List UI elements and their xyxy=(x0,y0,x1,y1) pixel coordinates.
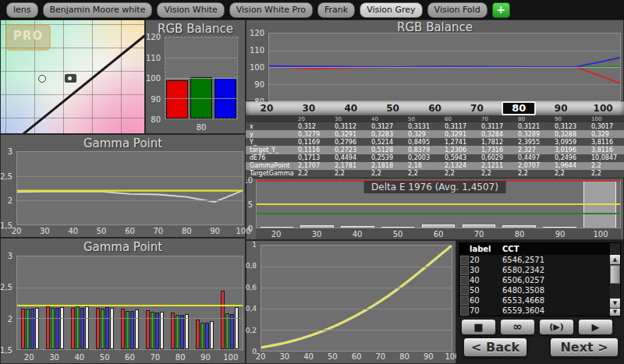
slider-value-90[interactable]: 90 xyxy=(540,103,582,114)
tab-vision-grey[interactable]: Vision Grey xyxy=(360,2,422,18)
scroll-end-button[interactable]: ▼ xyxy=(610,309,620,316)
table-cell: 10,0847 xyxy=(587,154,624,161)
table-row-GammaPoint[interactable]: GammaPoint2,17072,17812,18182,182,13242,… xyxy=(246,162,624,170)
table-row-y[interactable]: y0,32790,32910,32830,3290,32910,32840,32… xyxy=(246,130,624,138)
cct-row-80[interactable]: 806536,9636 xyxy=(459,316,620,316)
table-cell: 0,1713 xyxy=(294,154,331,161)
gridline xyxy=(17,288,243,288)
play-button[interactable]: ▶ xyxy=(578,319,613,335)
cct-row-selector[interactable] xyxy=(460,266,469,275)
table-row-Y_[interactable]: Y_0,11690,27960,52140,84951,27411,78122,… xyxy=(246,138,624,146)
gamma-bar-white xyxy=(235,307,239,349)
cct-row-selector[interactable] xyxy=(460,306,469,316)
table-cell: 2,0707 xyxy=(514,162,551,169)
x-tick-label: 60 xyxy=(125,227,135,235)
slider-value-20[interactable]: 20 xyxy=(246,103,288,114)
slider-value-30[interactable]: 30 xyxy=(288,103,330,114)
cct-row-40[interactable]: 406506,0257 xyxy=(459,275,620,285)
cct-label-cell: 70 xyxy=(470,306,502,315)
cct-row-selector[interactable] xyxy=(460,316,469,317)
cct-row-selector[interactable] xyxy=(460,256,469,265)
stimulus-level-slider[interactable]: 2030405060708090100 xyxy=(246,101,624,115)
target-gamma-line xyxy=(17,305,243,306)
scroll-thumb[interactable] xyxy=(610,265,620,284)
cct-row-70[interactable]: 706559,3604 xyxy=(459,306,620,316)
cct-label-cell: 40 xyxy=(470,276,502,284)
table-cell: 0,329 xyxy=(404,131,441,138)
slider-value-60[interactable]: 60 xyxy=(414,103,456,114)
table-cell: 3,0959 xyxy=(551,139,587,146)
scroll-up-button[interactable]: ▲ xyxy=(610,255,620,264)
cct-row-selector[interactable] xyxy=(460,276,469,285)
back-button[interactable]: < Back xyxy=(463,337,527,357)
column-header: 30 xyxy=(331,116,367,122)
scroll-down-button[interactable]: ▼ xyxy=(610,299,620,308)
column-header: 70 xyxy=(477,116,514,122)
y-tick-label: 100 xyxy=(250,63,264,72)
y-axis: 32,521,5 xyxy=(1,256,15,350)
cct-value-cell: 6559,3604 xyxy=(502,306,620,315)
chart-title: Gamma Point xyxy=(1,240,245,254)
cct-row-selector[interactable] xyxy=(460,296,469,306)
y-tick-label: 1,5 xyxy=(0,346,12,355)
y-tick-label: 0,2 xyxy=(246,327,257,334)
table-cell: 2,18 xyxy=(404,162,441,169)
slider-value-50[interactable]: 50 xyxy=(372,103,414,114)
slider-value-40[interactable]: 40 xyxy=(330,103,372,114)
gridline xyxy=(261,288,452,288)
cct-row-20[interactable]: 206546,2571 xyxy=(459,255,620,265)
gridline xyxy=(165,58,237,58)
chart-title: RGB Balance xyxy=(146,22,245,36)
series-reference xyxy=(261,246,452,348)
table-row-target_Y_[interactable]: target_Y_0,11160,27230,51280,83791,23061… xyxy=(246,146,624,154)
table-row-x[interactable]: x0,3120,31120,31270,31310,31170,31170,31… xyxy=(246,122,624,130)
stop-button[interactable]: ■ xyxy=(461,319,496,335)
add-tab-button[interactable]: + xyxy=(492,2,510,18)
tab-benjamin-moore-white[interactable]: Benjamin Moore white xyxy=(43,2,153,18)
tab-vision-fold[interactable]: Vision Fold xyxy=(427,2,488,18)
cct-row-60[interactable]: 606553,4668 xyxy=(459,295,620,306)
y-axis: 1201101009080 xyxy=(246,33,267,101)
cct-value-cell: 6580,2342 xyxy=(502,266,620,274)
x-tick-label: 100 xyxy=(218,353,243,362)
gamma-bar-white xyxy=(185,314,189,349)
play-once-button[interactable]: (▶) xyxy=(539,319,574,335)
cct-row-selector[interactable] xyxy=(460,286,469,295)
column-header: 90 xyxy=(551,116,587,122)
x-axis: 2030405060708090100 xyxy=(16,227,243,236)
x-tick-label: 40 xyxy=(337,230,378,239)
cct-row-30[interactable]: 306580,2342 xyxy=(459,265,620,275)
gamma-bar-red xyxy=(46,306,50,349)
table-row-TargetGammaP[interactable]: TargetGammaP2,22,22,22,22,22,22,22,22,2 xyxy=(246,170,624,178)
x-tick-label: 70 xyxy=(375,352,385,361)
gamma-bar-red xyxy=(21,309,25,349)
table-cell: 0,312 xyxy=(294,123,331,130)
slider-value-100[interactable]: 100 xyxy=(582,103,624,114)
cct-col-label: label xyxy=(470,245,502,253)
table-row-dE76[interactable]: dE760,17130,44940,25390,20030,59430,6029… xyxy=(246,154,624,162)
gamma-bar-groups xyxy=(17,256,243,349)
slider-value-70[interactable]: 70 xyxy=(456,103,498,114)
tab-frank[interactable]: Frank xyxy=(317,2,355,18)
column-header: 40 xyxy=(367,116,404,122)
tab-vision-white-pro[interactable]: Vision White Pro xyxy=(229,2,313,18)
cct-scrollbar[interactable]: ▲ ▼ ▼ xyxy=(610,243,620,316)
x-tick-label: 20 xyxy=(16,353,41,362)
loop-button[interactable]: ∞ xyxy=(500,319,535,335)
slider-value-80[interactable]: 80 xyxy=(498,101,540,115)
x-tick-label: 20 xyxy=(256,230,296,239)
cie-chromaticity-chart[interactable]: PRO xyxy=(0,19,145,134)
cct-row-50[interactable]: 506480,3508 xyxy=(459,285,620,295)
tab-vision-white[interactable]: Vision White xyxy=(157,2,224,18)
delta-e-bar xyxy=(422,224,455,228)
tab-lens[interactable]: lens xyxy=(6,2,38,18)
gamma-bar-group xyxy=(42,256,67,349)
gamma-bar-red xyxy=(121,309,125,349)
gamma-bar-red xyxy=(71,308,75,349)
x-tick-label: 30 xyxy=(41,353,66,362)
table-cell: 0,2796 xyxy=(331,139,367,146)
next-button[interactable]: Next > xyxy=(550,337,619,357)
x-tick-label: 90 xyxy=(424,352,434,361)
table-cell: 0,3117 xyxy=(441,123,477,130)
gridline xyxy=(17,200,243,201)
